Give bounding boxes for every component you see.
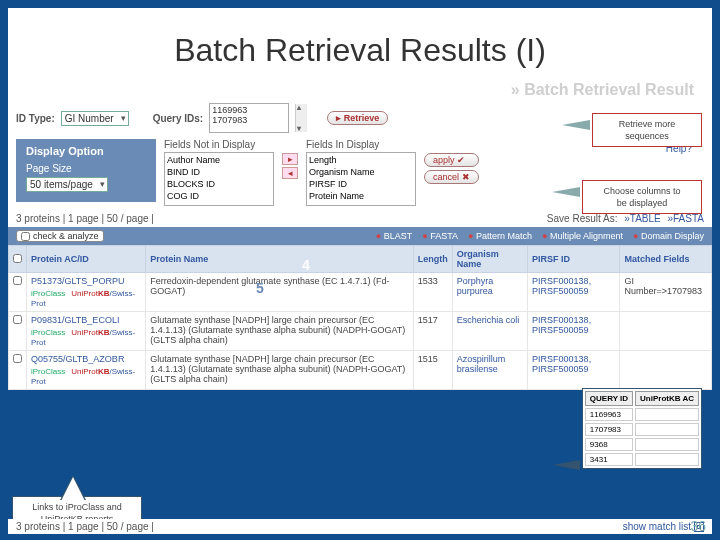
id-type-select[interactable]: GI Number [61, 111, 129, 126]
in-listbox[interactable]: Length Organism Name PIRSF ID Protein Na… [306, 152, 416, 206]
display-option-box: Display Option Page Size 50 items/page [16, 139, 156, 202]
tool-domain[interactable]: Domain Display [633, 231, 704, 241]
in-label: Fields In Display [306, 139, 416, 150]
cell-org[interactable]: Escherichia coli [452, 312, 527, 351]
move-right-button[interactable]: ▸ [282, 153, 298, 165]
query-ids-label: Query IDs: [153, 113, 204, 124]
query-ids-textarea[interactable]: 1169963 1707983 [209, 103, 289, 133]
display-option-heading: Display Option [26, 145, 146, 157]
table-row: P51373/GLTS_PORPU iProClassUniProtKB/Swi… [9, 273, 712, 312]
cancel-button[interactable]: cancel ✖ [424, 170, 479, 184]
cell-org[interactable]: Porphyra purpurea [452, 273, 527, 312]
page-size-label: Page Size [26, 163, 146, 174]
cell-length: 1515 [413, 351, 452, 390]
row-checkbox[interactable] [13, 315, 22, 324]
mt-h1: QUERY ID [585, 391, 633, 406]
callout-columns: Choose columns to be displayed [582, 180, 702, 214]
arrow-left-icon [562, 120, 590, 130]
page-size-select[interactable]: 50 items/page [26, 177, 108, 192]
annotation-4: 4 [302, 257, 310, 273]
fields-not-in-col: Fields Not in Display Author Name BIND I… [164, 139, 274, 206]
row-checkbox[interactable] [13, 276, 22, 285]
iproclass-link[interactable]: iProClass [31, 328, 65, 337]
footer-left: 3 proteins | 1 page | 50 / page | [16, 521, 154, 532]
mover-buttons: ▸ ◂ [282, 139, 298, 179]
move-left-button[interactable]: ◂ [282, 167, 298, 179]
cell-ac[interactable]: P09831/GLTB_ECOLI iProClassUniProtKB/Swi… [27, 312, 146, 351]
cell-ac[interactable]: Q05755/GLTB_AZOBR iProClassUniProtKB/Swi… [27, 351, 146, 390]
footer-bar: 3 proteins | 1 page | 50 / page | show m… [8, 519, 712, 534]
fields-in-col: Fields In Display Length Organism Name P… [306, 139, 416, 206]
status-right: Save Result As: »TABLE »FASTA [547, 213, 704, 224]
arrow-up-icon [61, 477, 85, 501]
save-table-link[interactable]: »TABLE [624, 213, 661, 224]
col-ac[interactable]: Protein AC/ID [27, 246, 146, 273]
id-type-label: ID Type: [16, 113, 55, 124]
results-table: Protein AC/ID Protein Name Length Organi… [8, 245, 712, 390]
not-in-label: Fields Not in Display [164, 139, 274, 150]
cell-pirsf[interactable]: PIRSF000138, PIRSF500059 [528, 312, 620, 351]
tool-pattern[interactable]: Pattern Match [468, 231, 532, 241]
tool-links: BLAST FASTA Pattern Match Multiple Align… [376, 231, 704, 241]
row-checkbox[interactable] [13, 354, 22, 363]
cell-matched [620, 351, 712, 390]
cell-matched [620, 312, 712, 351]
table-row: P09831/GLTB_ECOLI iProClassUniProtKB/Swi… [9, 312, 712, 351]
retrieve-button[interactable]: ▸ Retrieve [327, 111, 388, 125]
cell-name: Glutamate synthase [NADPH] large chain p… [146, 312, 413, 351]
cell-ac[interactable]: P51373/GLTS_PORPU iProClassUniProtKB/Swi… [27, 273, 146, 312]
match-minitable: QUERY IDUniProtKB AC 1169963 1707983 936… [582, 388, 702, 469]
cell-length: 1517 [413, 312, 452, 351]
status-left: 3 proteins | 1 page | 50 / page | [16, 213, 154, 224]
apply-button[interactable]: apply ✔ [424, 153, 479, 167]
slide-number: 36 [690, 518, 706, 534]
save-fasta-link[interactable]: »FASTA [668, 213, 705, 224]
cell-org[interactable]: Azospirillum brasilense [452, 351, 527, 390]
cell-name: Ferredoxin-dependent glutamate synthase … [146, 273, 413, 312]
arrow-left-icon [552, 187, 580, 197]
apply-stack: apply ✔ cancel ✖ [424, 139, 479, 184]
arrow-left-icon [552, 460, 580, 470]
cell-length: 1533 [413, 273, 452, 312]
cell-matched: GI Number=>1707983 [620, 273, 712, 312]
table-row: Q05755/GLTB_AZOBR iProClassUniProtKB/Swi… [9, 351, 712, 390]
breadcrumb: » Batch Retrieval Result [8, 79, 712, 99]
cell-name: Glutamate synthase [NADPH] large chain p… [146, 351, 413, 390]
check-analyze-button[interactable]: check & analyze [16, 230, 104, 242]
col-pirsf[interactable]: PIRSF ID [528, 246, 620, 273]
cell-pirsf[interactable]: PIRSF000138, PIRSF500059 [528, 273, 620, 312]
analysis-toolbar: check & analyze BLAST FASTA Pattern Matc… [8, 227, 712, 245]
iproclass-link[interactable]: iProClass [31, 289, 65, 298]
iproclass-link[interactable]: iProClass [31, 367, 65, 376]
col-check[interactable] [9, 246, 27, 273]
col-name[interactable]: Protein Name [146, 246, 413, 273]
col-matched[interactable]: Matched Fields [620, 246, 712, 273]
cell-pirsf[interactable]: PIRSF000138, PIRSF500059 [528, 351, 620, 390]
tool-fasta[interactable]: FASTA [422, 231, 458, 241]
tool-msa[interactable]: Multiple Alignment [542, 231, 623, 241]
callout-retrieve: Retrieve more sequences [592, 113, 702, 147]
page-title: Batch Retrieval Results (I) [0, 0, 720, 79]
not-in-listbox[interactable]: Author Name BIND ID BLOCKS ID COG ID [164, 152, 274, 206]
col-length[interactable]: Length [413, 246, 452, 273]
col-org[interactable]: Organism Name [452, 246, 527, 273]
tool-blast[interactable]: BLAST [376, 231, 412, 241]
table-header-row: Protein AC/ID Protein Name Length Organi… [9, 246, 712, 273]
annotation-5: 5 [256, 280, 264, 296]
mt-h2: UniProtKB AC [635, 391, 699, 406]
scrollbar-icon[interactable] [295, 104, 307, 132]
